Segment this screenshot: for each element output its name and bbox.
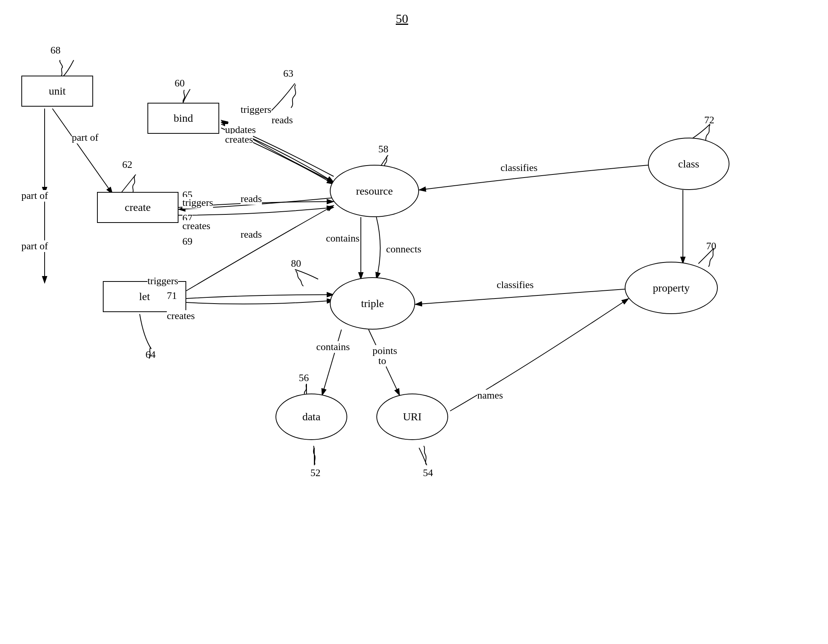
ref-52: 52: [310, 467, 320, 479]
ref-64: 64: [146, 349, 156, 361]
label-creates-create: creates: [182, 220, 210, 232]
node-class: class: [648, 138, 729, 190]
ref-63: 63: [283, 68, 293, 79]
label-triggers-bind: triggers: [241, 104, 271, 116]
label-classifies-property: classifies: [497, 279, 534, 291]
label-part-of-2: part of: [21, 190, 48, 202]
ref-58: 58: [378, 143, 388, 155]
label-reads-create2: reads: [241, 229, 262, 240]
node-resource: resource: [330, 165, 419, 217]
label-contains-resource: contains: [326, 233, 360, 244]
ref-80: 80: [291, 258, 301, 269]
node-uri: URI: [376, 394, 448, 440]
diagram-arrows: [0, 0, 828, 644]
label-part-of-3: part of: [21, 240, 48, 252]
ref-70: 70: [706, 240, 716, 252]
node-property: property: [625, 262, 718, 314]
label-classifies-class: classifies: [501, 162, 537, 174]
label-creates-bind: creates: [225, 134, 253, 145]
label-part-of-1: part of: [72, 132, 99, 143]
ref-56: 56: [299, 372, 309, 384]
label-to: to: [378, 355, 386, 367]
label-69: 69: [182, 236, 192, 247]
ref-62: 62: [122, 159, 132, 171]
node-data: data: [275, 394, 347, 440]
svg-line-3: [52, 109, 113, 194]
node-create: create: [97, 192, 178, 223]
node-bind: bind: [147, 103, 219, 134]
ref-60: 60: [175, 78, 185, 89]
node-unit: unit: [21, 76, 93, 107]
figure-number: 50: [396, 12, 408, 26]
label-reads-bind: reads: [272, 114, 293, 126]
label-names: names: [477, 390, 503, 401]
node-triple: triple: [330, 277, 415, 330]
ref-54: 54: [423, 467, 433, 479]
label-connects: connects: [386, 243, 421, 255]
label-71: 71: [167, 290, 177, 302]
label-triggers-let: triggers: [147, 275, 178, 287]
label-creates-let: creates: [167, 310, 195, 322]
label-triggers-create: triggers: [182, 197, 213, 209]
svg-line-6: [322, 330, 341, 395]
ref-72: 72: [704, 114, 714, 126]
label-reads-create: reads: [241, 193, 262, 205]
diagram: 50: [0, 0, 828, 644]
ref-68: 68: [50, 45, 61, 56]
label-contains-triple: contains: [316, 341, 350, 353]
